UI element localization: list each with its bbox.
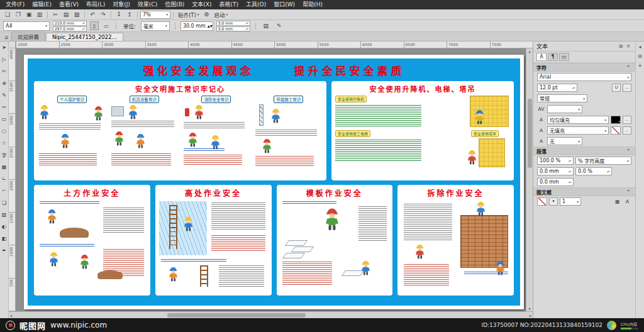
interactive-fill-tool[interactable]: ◧ [0, 235, 8, 243]
table-tool[interactable]: ▦ [0, 163, 8, 171]
export-icon[interactable]: ↥ [125, 10, 135, 19]
menu-item-help[interactable]: 帮助(H) [299, 0, 326, 9]
connector-tool[interactable]: ⌐ [0, 187, 8, 195]
snap-to-dropdown[interactable]: 贴齐(T)▾ [176, 11, 201, 18]
kerning-select[interactable]: ▾ [547, 105, 582, 113]
paste-icon[interactable]: ▧ [72, 10, 82, 19]
rectangle-tool[interactable]: ▭ [0, 115, 8, 123]
save-icon[interactable]: ▣ [24, 10, 34, 19]
horizontal-scroll-thumb[interactable] [167, 313, 306, 318]
menu-item-file[interactable]: 文件(F) [2, 0, 28, 9]
fill-settings-icon[interactable]: … [623, 116, 631, 124]
freehand-tool[interactable]: ✎ [0, 91, 8, 99]
shape-tool[interactable]: ▷ [0, 55, 8, 64]
duplicate-y-field[interactable]: 5.0 mm▴▾ [216, 26, 250, 31]
frame-fill-swatch[interactable] [537, 197, 547, 206]
menu-item-object[interactable]: 对象(J) [109, 0, 134, 9]
units-combo[interactable]: 毫米▾ [141, 21, 170, 31]
menu-item-layout[interactable]: 布局(L) [82, 0, 109, 9]
frame-columns-select[interactable]: 1▾ [560, 197, 581, 206]
new-document-icon[interactable]: ❏ [3, 10, 13, 19]
horizontal-scroll-track[interactable] [12, 312, 530, 318]
crop-tool[interactable]: ✄ [0, 67, 8, 75]
scroll-right-arrow[interactable]: ▸ [530, 313, 531, 318]
menu-item-bitmaps[interactable]: 位图(B) [161, 0, 188, 9]
menu-item-table[interactable]: 表格(T) [216, 0, 243, 9]
polygon-tool[interactable]: ☆ [0, 139, 8, 147]
space-before-field[interactable]: 0.0 mm▴▾ [537, 167, 574, 175]
dimension-tool[interactable]: ∟ [0, 175, 8, 183]
document-page[interactable]: 强化安全发展观念 提升全民安全素质 安全文明施工常识牢记心 个人保护常识 [24, 55, 524, 309]
outline-type-select[interactable]: 无填充▾ [547, 126, 609, 135]
text-frame-icon[interactable]: A [623, 199, 631, 204]
vertical-scroll-track[interactable] [526, 53, 533, 306]
nudge-distance-field[interactable]: 30.0 mm▴▾ [180, 21, 213, 31]
panel-earthwork-safety[interactable]: 土方作业安全 [34, 185, 150, 296]
outline-color-swatch[interactable] [611, 126, 621, 135]
space-after-field[interactable]: 0.0 %▴▾ [575, 167, 612, 175]
panel-lift-safety[interactable]: 安全使用升降机、电梯、塔吊 安全使用升降机 安全使用施工电梯 [331, 81, 514, 180]
text-tool[interactable]: 字 [0, 151, 8, 159]
vertical-scrollbar[interactable]: ▴ ▾ [526, 48, 533, 311]
vertical-scroll-thumb[interactable] [528, 99, 532, 168]
more-options-icon[interactable]: … [623, 84, 631, 92]
edit-icon[interactable]: ✎ [274, 21, 284, 30]
chevron-up-icon[interactable]: ⌃ [625, 189, 632, 195]
cut-icon[interactable]: ✂ [50, 10, 60, 19]
page-height-field[interactable]: 297.0 mm▴▾ [53, 26, 87, 31]
fill-type-select[interactable]: 均匀填充▾ [547, 116, 609, 124]
undo-icon[interactable]: ↶ [87, 10, 97, 19]
pick-tool[interactable]: ➤ [0, 43, 8, 52]
paragraph-section-header[interactable]: 段落 ⌃ [533, 147, 635, 155]
import-icon[interactable]: ↧ [114, 10, 124, 19]
panel-height-work-safety[interactable]: 高处作业安全 [155, 185, 272, 296]
collapse-docker-icon[interactable]: ◂ [638, 44, 641, 50]
line-spacing-field[interactable]: 100.0 %▴▾ [537, 157, 574, 165]
panel-demolition-safety[interactable]: 拆除作业安全 [397, 185, 514, 296]
add-docker-icon[interactable]: + [638, 63, 642, 69]
home-icon[interactable]: ⌂ [1, 33, 11, 41]
transparency-tool[interactable]: ▨ [0, 211, 8, 219]
artistic-media-tool[interactable]: ✑ [0, 103, 8, 111]
print-icon[interactable]: ▥ [35, 10, 45, 19]
font-style-select[interactable]: 常规▾ [537, 94, 587, 102]
ruler-origin-corner[interactable] [9, 42, 16, 48]
menu-item-text[interactable]: 文本(X) [188, 0, 215, 9]
fill-color-swatch[interactable]: ▾ [611, 116, 621, 124]
frame-tab[interactable]: ▭ [559, 53, 569, 61]
chevron-up-icon[interactable]: ⌃ [625, 148, 632, 154]
outline-settings-icon[interactable]: … [623, 126, 631, 135]
align-frame-icon[interactable]: ▦ [613, 199, 621, 204]
eyedropper-tool[interactable]: ◐ [0, 223, 8, 231]
scroll-down-arrow[interactable]: ▾ [528, 306, 530, 311]
docker-menu-icon[interactable]: ⊞ [617, 43, 625, 49]
launch-dropdown[interactable]: 启动▾ [213, 11, 230, 18]
tab-welcome-screen[interactable]: 欢迎屏幕 [11, 31, 45, 41]
landscape-orientation-icon[interactable]: ▭ [102, 21, 111, 30]
duplicate-x-field[interactable]: 5.0 mm▴▾ [216, 21, 250, 26]
options-gear-icon[interactable]: ⚙ [202, 10, 212, 19]
menu-item-view[interactable]: 查看(V) [55, 0, 82, 9]
safety-poster-artwork[interactable]: 强化安全发展观念 提升全民安全素质 安全文明施工常识牢记心 个人保护常识 [28, 58, 520, 306]
frame-section-header[interactable]: 图文框 ⌃ [533, 187, 635, 196]
menu-item-effects[interactable]: 效果(C) [134, 0, 161, 9]
open-icon[interactable]: ❐ [13, 10, 23, 19]
tab-active-document[interactable]: Nipic_25447150_2022... [46, 33, 123, 41]
underline-icon[interactable]: U [612, 84, 621, 92]
character-section-header[interactable]: 字符 ⌃ [533, 63, 635, 72]
docker-rail-grid-icon[interactable]: ⊞ [638, 53, 642, 59]
zoom-level-combo[interactable]: 7%▾ [140, 11, 170, 19]
frame-fill-dropdown-icon[interactable]: ▾ [549, 197, 558, 206]
outline-pen-tool[interactable]: ✒ [0, 246, 8, 255]
font-size-field[interactable]: 12.0 pt▴▾ [537, 84, 577, 92]
drop-shadow-tool[interactable]: ❏ [0, 199, 8, 207]
docker-close-icon[interactable]: × [625, 43, 632, 49]
character-tab[interactable]: A [536, 53, 547, 61]
background-fill-select[interactable]: 无▾ [547, 137, 582, 145]
spacing-unit-select[interactable]: % 字符高度▾ [575, 157, 631, 165]
drawing-canvas[interactable]: 强化安全发展观念 提升全民安全素质 安全文明施工常识牢记心 个人保护常识 [16, 48, 526, 311]
copy-icon[interactable]: ▤ [61, 10, 71, 19]
zoom-tool[interactable]: ⊕ [0, 79, 8, 87]
redo-icon[interactable]: ↷ [98, 10, 108, 19]
scroll-up-arrow[interactable]: ▴ [528, 49, 530, 53]
